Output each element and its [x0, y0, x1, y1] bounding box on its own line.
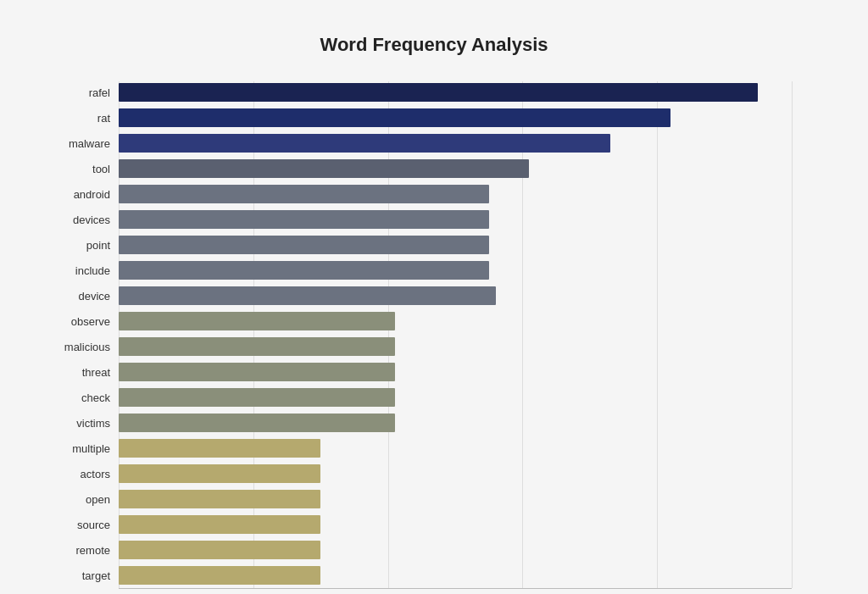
- bar-row: observe: [119, 310, 792, 332]
- bar: [119, 286, 496, 305]
- bar-row: target: [119, 564, 792, 586]
- bar-row: android: [119, 183, 792, 205]
- bar-label: include: [55, 264, 119, 277]
- bar-label: victims: [55, 417, 119, 430]
- grid-line: [792, 81, 793, 588]
- bar: [119, 185, 489, 203]
- bar-label: check: [55, 391, 119, 404]
- bar-label: threat: [55, 366, 119, 379]
- bar: [119, 108, 670, 127]
- bar: [119, 464, 320, 483]
- bar-row: actors: [119, 463, 792, 485]
- bar-label: multiple: [55, 442, 119, 455]
- bar-row: check: [119, 386, 792, 408]
- bar: [119, 388, 395, 407]
- bar-label: source: [55, 519, 119, 531]
- bar-label: point: [55, 239, 119, 252]
- bar-row: source: [119, 514, 792, 536]
- bar-row: include: [119, 259, 792, 281]
- bar-row: threat: [119, 361, 792, 383]
- bar-label: target: [55, 569, 119, 582]
- bar: [119, 159, 529, 178]
- bar-row: tool: [119, 158, 792, 180]
- bar: [119, 490, 320, 508]
- x-axis: 02468: [119, 588, 792, 594]
- bar: [119, 414, 395, 432]
- bar-label: device: [55, 290, 119, 303]
- bar: [119, 236, 489, 254]
- bar: [119, 261, 489, 280]
- bar: [119, 312, 395, 330]
- bar-row: malicious: [119, 336, 792, 358]
- bar-label: rafel: [55, 86, 119, 99]
- bar-label: tool: [55, 163, 119, 175]
- bar-row: device: [119, 285, 792, 307]
- bar-row: victims: [119, 412, 792, 434]
- bar: [119, 83, 758, 102]
- bar-label: devices: [55, 214, 119, 226]
- bar-label: observe: [55, 315, 119, 328]
- bar-row: remote: [119, 539, 792, 561]
- bar-label: open: [55, 493, 119, 506]
- bar: [119, 363, 395, 381]
- bar-row: point: [119, 234, 792, 256]
- chart-title: Word Frequency Analysis: [51, 34, 817, 56]
- bar-label: actors: [55, 468, 119, 480]
- bar: [119, 134, 610, 153]
- bar: [119, 515, 320, 534]
- bar-label: android: [55, 188, 119, 201]
- bar: [119, 337, 395, 356]
- bar-row: multiple: [119, 437, 792, 459]
- bar-label: rat: [55, 112, 119, 125]
- bar-label: malware: [55, 137, 119, 150]
- bar-row: devices: [119, 208, 792, 230]
- bar-row: rafel: [119, 81, 792, 103]
- chart-container: Word Frequency Analysis rafelratmalwaret…: [17, 17, 851, 594]
- bar: [119, 566, 320, 585]
- bar-row: rat: [119, 107, 792, 129]
- bar-label: malicious: [55, 341, 119, 353]
- bar-row: open: [119, 488, 792, 510]
- bars-container: rafelratmalwaretoolandroiddevicespointin…: [119, 81, 792, 588]
- bar: [119, 439, 320, 458]
- bar: [119, 210, 489, 229]
- bar-row: malware: [119, 132, 792, 154]
- bar: [119, 541, 320, 559]
- bar-label: remote: [55, 544, 119, 557]
- chart-area: rafelratmalwaretoolandroiddevicespointin…: [51, 81, 817, 594]
